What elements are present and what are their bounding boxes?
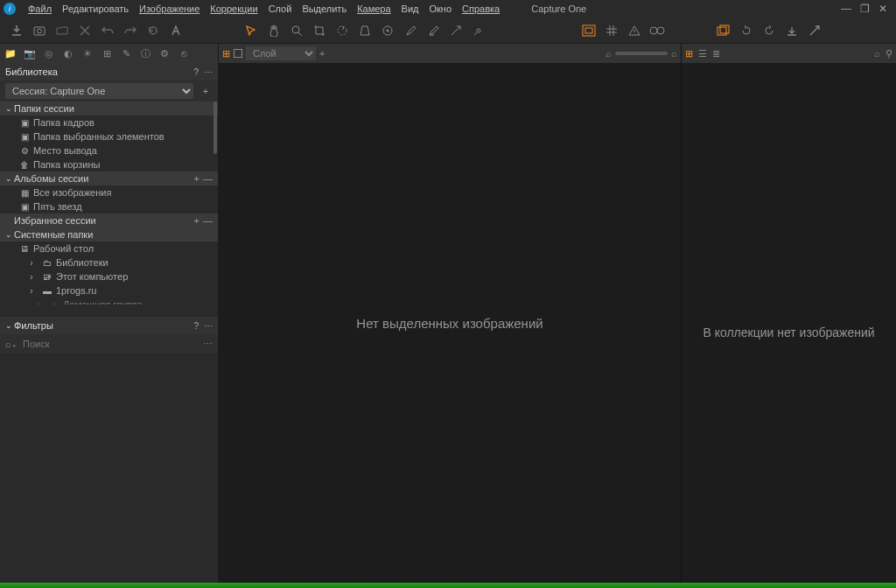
add-layer-button[interactable]: +	[319, 48, 325, 59]
layer-select[interactable]: Слой	[246, 46, 316, 60]
hand-tool[interactable]	[264, 21, 284, 40]
item-libraries[interactable]: ›🗀Библиотеки	[0, 256, 218, 270]
workspace-button[interactable]	[714, 21, 733, 40]
browser-details-icon[interactable]: ≣	[712, 48, 720, 60]
window-close[interactable]: ✕	[878, 3, 887, 15]
rotate-right-button[interactable]	[760, 21, 779, 40]
library-tree: ⌄ Папки сессии ▣Папка кадров ▣Папка выбр…	[0, 102, 218, 304]
tab-details-icon[interactable]: ⊞	[100, 46, 114, 60]
redo-button[interactable]	[121, 21, 140, 40]
library-panel-header: Библиотека ? ⋯	[0, 63, 218, 80]
filters-menu[interactable]: ⋯	[204, 321, 213, 331]
section-session-albums[interactable]: ⌄ Альбомы сессии + —	[0, 172, 218, 186]
import-button[interactable]	[7, 21, 26, 40]
filters-search-menu[interactable]: ⋯	[203, 339, 213, 350]
item-five-stars[interactable]: ▣Пять звезд	[0, 200, 218, 214]
browser-filter-icon[interactable]: ⌕	[874, 48, 880, 60]
viewer-grid-icon[interactable]: ⊞	[222, 48, 230, 60]
menu-file[interactable]: Файл	[23, 2, 57, 16]
tab-settings-icon[interactable]: ⚙	[158, 46, 172, 60]
library-menu[interactable]: ⋯	[204, 67, 213, 77]
session-select[interactable]: Сессия: Capture One	[5, 83, 193, 99]
viewer-zoom-icon[interactable]: ⌕	[606, 48, 612, 59]
tab-library-icon[interactable]: 📁	[4, 46, 18, 60]
tab-capture-icon[interactable]: 📷	[23, 46, 37, 60]
item-site[interactable]: ›▬1progs.ru	[0, 284, 218, 298]
add-favorite-button[interactable]: +	[194, 215, 200, 226]
reset-button[interactable]	[144, 21, 163, 40]
browser-empty-label: В коллекции нет изображений	[682, 63, 896, 583]
filters-help[interactable]: ?	[193, 321, 199, 331]
share-button[interactable]	[805, 21, 824, 40]
svg-point-9	[650, 27, 657, 34]
process-button[interactable]	[782, 21, 802, 40]
remove-album-button[interactable]: —	[203, 173, 213, 184]
eraser-tool[interactable]	[424, 21, 443, 40]
rotate-tool[interactable]	[332, 21, 352, 40]
spot-tool[interactable]	[378, 21, 397, 40]
viewer-fit-icon[interactable]: ⌕	[671, 48, 677, 59]
tab-output-icon[interactable]: ⎋	[177, 46, 191, 60]
section-session-folders[interactable]: ⌄ Папки сессии	[0, 102, 218, 116]
menu-image[interactable]: Изображение	[134, 2, 205, 16]
tab-local-icon[interactable]: ✎	[119, 46, 133, 60]
menu-corrections[interactable]: Коррекции	[205, 2, 262, 16]
rotate-left-button[interactable]	[737, 21, 756, 40]
gradient-tool[interactable]	[446, 21, 466, 40]
filters-search-input[interactable]	[21, 337, 198, 351]
viewer-zoom-slider[interactable]	[615, 52, 668, 55]
viewer: ⊞ Слой + ⌕ ⌕ Нет выделенных изображений	[219, 44, 682, 583]
tab-lens-icon[interactable]: ◎	[42, 46, 56, 60]
grid-button[interactable]	[602, 21, 621, 40]
new-session-button[interactable]: +	[199, 86, 213, 96]
browser-grid-icon[interactable]: ⊞	[685, 48, 693, 60]
star-icon: ▣	[18, 202, 32, 212]
undo-button[interactable]	[98, 21, 117, 40]
item-this-pc[interactable]: ›🖳Этот компьютер	[0, 270, 218, 284]
remove-favorite-button[interactable]: —	[203, 215, 213, 226]
window-maximize[interactable]: ❐	[860, 3, 870, 15]
tab-exposure-icon[interactable]: ☀	[80, 46, 94, 60]
section-favorites[interactable]: Избранное сессии + —	[0, 214, 218, 228]
menu-help[interactable]: Справка	[457, 2, 505, 16]
viewer-single-icon[interactable]	[234, 49, 242, 58]
focus-mask-button[interactable]	[579, 21, 598, 40]
crop-tool[interactable]	[310, 21, 329, 40]
item-all-images[interactable]: ▦Все изображения	[0, 186, 218, 200]
item-homegroup[interactable]: ›⌂Домашняя группа	[0, 298, 218, 304]
menu-select[interactable]: Выделить	[297, 2, 352, 16]
item-selects-folder[interactable]: ▣Папка выбранных элементов	[0, 130, 218, 144]
menu-layer[interactable]: Слой	[263, 2, 298, 16]
item-trash-folder[interactable]: 🗑Папка корзины	[0, 158, 218, 172]
capture-button[interactable]	[30, 21, 49, 40]
zoom-tool[interactable]	[287, 21, 306, 40]
open-button[interactable]	[52, 21, 72, 40]
tab-color-icon[interactable]: ◐	[61, 46, 75, 60]
svg-point-3	[338, 26, 346, 35]
tree-scrollbar[interactable]	[214, 102, 217, 304]
library-help[interactable]: ?	[193, 67, 199, 77]
radial-tool[interactable]	[469, 21, 488, 40]
item-output-folder[interactable]: ⚙Место вывода	[0, 144, 218, 158]
menu-window[interactable]: Окно	[424, 2, 457, 16]
keystone-tool[interactable]	[355, 21, 374, 40]
delete-button[interactable]	[75, 21, 94, 40]
add-album-button[interactable]: +	[194, 173, 200, 184]
annotate-button[interactable]	[166, 21, 186, 40]
browser-search-icon[interactable]: ⚲	[886, 48, 892, 60]
section-system-folders[interactable]: ⌄ Системные папки	[0, 228, 218, 242]
window-minimize[interactable]: —	[841, 3, 851, 15]
item-capture-folder[interactable]: ▣Папка кадров	[0, 116, 218, 130]
browser-list-icon[interactable]: ☰	[698, 48, 707, 60]
menu-edit[interactable]: Редактировать	[57, 2, 134, 16]
preview-button[interactable]	[648, 21, 667, 40]
filters-panel-header: ⌄ Фильтры ? ⋯	[0, 317, 218, 334]
warning-button[interactable]	[625, 21, 644, 40]
tab-info-icon[interactable]: ⓘ	[138, 46, 152, 60]
item-desktop[interactable]: 🖥Рабочий стол	[0, 242, 218, 256]
menu-camera[interactable]: Камера	[352, 2, 396, 16]
cursor-tool[interactable]	[242, 21, 261, 40]
brush-tool[interactable]	[401, 21, 420, 40]
menu-view[interactable]: Вид	[396, 2, 424, 16]
svg-rect-12	[720, 25, 729, 33]
